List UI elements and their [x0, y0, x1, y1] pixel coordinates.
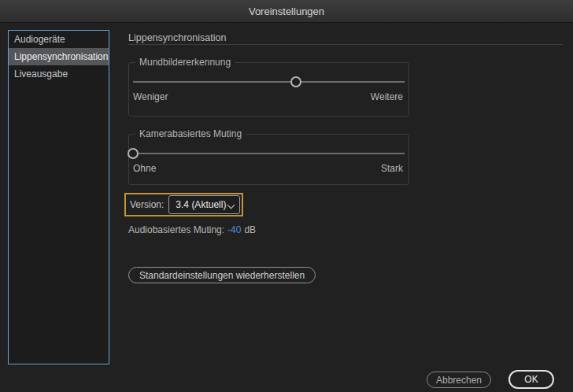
- sidebar-item-liveausgabe[interactable]: Liveausgabe: [9, 65, 109, 83]
- camera-based-muting-slider-thumb[interactable]: [128, 148, 139, 159]
- restore-defaults-button[interactable]: Standardeinstellungen wiederherstellen: [128, 267, 316, 283]
- sidebar-item-lippensynchronisation[interactable]: Lippensynchronisation: [9, 48, 109, 65]
- chevron-down-icon: [227, 202, 235, 209]
- sidebar-item-audiogeraete[interactable]: Audiogeräte: [9, 31, 109, 48]
- slider-max-label: Stark: [381, 163, 403, 174]
- version-dropdown-value: 3.4 (Aktuell): [176, 199, 226, 210]
- slider-label-row: Ohne Stark: [133, 163, 403, 174]
- version-highlight-box: Version: 3.4 (Aktuell): [124, 193, 243, 216]
- mouth-shape-detection-legend: Mundbildererkennung: [135, 57, 235, 68]
- slider-max-label: Weitere: [371, 91, 403, 102]
- slider-min-label: Weniger: [133, 91, 168, 102]
- camera-based-muting-slider[interactable]: [133, 153, 405, 154]
- slider-min-label: Ohne: [133, 163, 156, 174]
- dialog-title: Voreinstellungen: [249, 6, 324, 17]
- slider-label-row: Weniger Weitere: [133, 91, 403, 102]
- audio-based-muting-label: Audiobasiertes Muting:: [128, 224, 224, 235]
- cancel-button[interactable]: Abbrechen: [427, 372, 491, 388]
- page-title: Lippensynchronisation: [128, 32, 226, 43]
- audio-based-muting-unit: dB: [244, 224, 256, 235]
- mouth-shape-detection-slider[interactable]: [133, 81, 405, 83]
- camera-based-muting-group: Kamerabasiertes Muting Ohne Stark: [128, 134, 409, 185]
- mouth-shape-detection-group: Mundbildererkennung Weniger Weitere: [128, 62, 409, 116]
- version-label: Version:: [130, 199, 164, 210]
- mouth-shape-detection-slider-thumb[interactable]: [290, 76, 301, 87]
- audio-based-muting-row: Audiobasiertes Muting:-40dB: [128, 224, 256, 235]
- audio-based-muting-value[interactable]: -40: [227, 224, 241, 235]
- camera-based-muting-legend: Kamerabasiertes Muting: [135, 128, 246, 139]
- preferences-category-list: Audiogeräte Lippensynchronisation Liveau…: [8, 30, 109, 364]
- title-bar: Voreinstellungen: [0, 0, 573, 23]
- version-dropdown[interactable]: 3.4 (Aktuell): [168, 195, 240, 214]
- preferences-dialog: Voreinstellungen Audiogeräte Lippensynch…: [0, 0, 573, 392]
- ok-button[interactable]: OK: [508, 370, 554, 389]
- heading-divider: [128, 44, 563, 45]
